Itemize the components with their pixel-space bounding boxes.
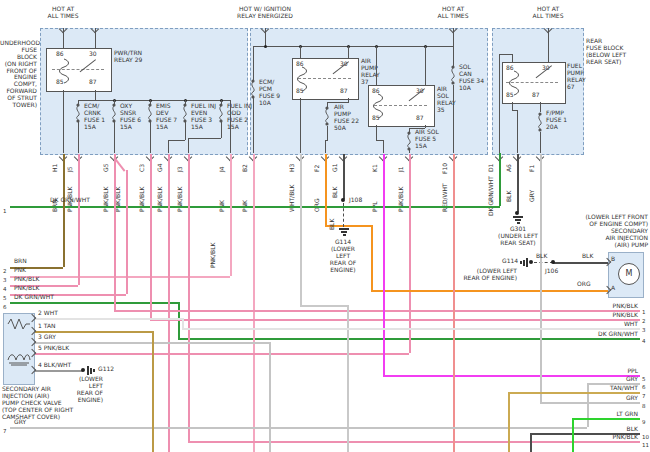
fuse-icon	[73, 103, 83, 123]
wire	[376, 46, 377, 85]
wire-color-label: DK GRN/WHT	[488, 176, 494, 216]
pin-id: F2	[314, 165, 320, 172]
relay-coil-icon	[508, 70, 520, 96]
wire-blk	[530, 433, 532, 452]
exit-number: 6	[3, 304, 7, 310]
pin-id: F10	[442, 163, 448, 174]
hot-at-all-times-label-2: HOT AT ALL TIMES	[423, 6, 483, 20]
wire-color-label: PNK/BLK	[115, 187, 121, 212]
pin-id: J5	[67, 166, 73, 172]
wire-pnkblk-branch	[114, 157, 126, 171]
wire-whtblk	[300, 305, 347, 307]
relay-pin-87: 87	[532, 91, 540, 98]
hot-w-ignition-label: HOT W/ IGNITION RELAY ENERGIZED	[225, 6, 305, 20]
wiring-diagram: HOT AT ALL TIMES HOT W/ IGNITION RELAY E…	[0, 0, 650, 452]
exit-number: 3	[642, 327, 646, 333]
wire-blk	[517, 154, 519, 212]
wire	[188, 138, 189, 153]
pin-id: B2	[242, 164, 248, 172]
fuse-label: ECM/ CRNK FUSE 1 15A	[84, 103, 105, 131]
fuse-label: ECM/ PCM FUSE 9 10A	[259, 79, 280, 107]
exit-number: 11	[642, 442, 649, 448]
splice-label-j108: J108	[349, 197, 362, 204]
exit-number: 2	[3, 268, 7, 274]
splice-dot-j106	[551, 260, 555, 264]
splice-label-j106: J106	[545, 268, 558, 275]
wire	[95, 90, 96, 100]
wire-pnkblk	[150, 154, 152, 319]
wire	[512, 54, 513, 62]
exit-number: 3	[3, 277, 7, 283]
wire	[63, 90, 64, 153]
exit-wire-color: PNK/BLK	[613, 311, 638, 318]
exit-number: 10	[642, 434, 649, 440]
wire-tanwht	[508, 392, 640, 394]
wire-pnkblk	[78, 154, 80, 285]
wire	[499, 54, 512, 55]
rear-fuse-block-label: REAR FUSE BLOCK (BELOW LEFT REAR SEAT)	[586, 38, 648, 66]
check-valve-label: SECONDARY AIR INJECTION (AIR) PUMP CHECK…	[2, 386, 108, 420]
fuse-label: AIR SOL FUSE 5 15A	[415, 129, 439, 150]
relay-divider	[52, 69, 104, 70]
wire-whtblk	[300, 154, 302, 305]
bus-wire	[253, 46, 453, 47]
wire-org	[371, 290, 608, 292]
exit-wire-color: GRY	[626, 375, 638, 382]
wire-color-label: BLK	[332, 187, 338, 198]
underhood-fuse-block-label: UNDERHOOD FUSE BLOCK (ON RIGHT FRONT OF …	[0, 40, 37, 109]
wire-redwht	[453, 154, 455, 452]
fuse-label: OXY SNSR FUSE 6 15A	[120, 103, 141, 131]
fuel-pump-relay-label: FUEL PUMP RELAY 67	[567, 63, 586, 91]
wire	[168, 140, 169, 153]
wire-gry	[269, 342, 271, 452]
relay-coil-icon	[372, 93, 384, 119]
exit-wire-color: DK GRN/WHT	[14, 294, 54, 301]
ground-label-g301: G301 (UNDER LEFT REAR SEAT)	[489, 226, 547, 247]
valve-pin-label: 1 TAN	[38, 323, 56, 330]
fuse-icon	[248, 79, 258, 99]
exit-wire-color: BLK	[627, 425, 638, 432]
wire-pnkblk	[150, 319, 640, 321]
wire-color-label: PNK/BLK	[210, 243, 216, 268]
wire-color-label: RED/WHT	[442, 183, 448, 212]
wire	[185, 122, 186, 140]
wire-pnkblk	[114, 310, 640, 312]
air-pump-label: (LOWER LEFT FRONT OF ENGINE COMPT) SECON…	[560, 214, 648, 248]
wire-color-label: BLK	[506, 191, 512, 202]
pump-pin-b: B	[611, 255, 615, 262]
wire-ltgrn	[572, 418, 574, 452]
resistor-icon	[7, 318, 31, 330]
pin-id: J4	[219, 166, 225, 172]
wire	[253, 98, 254, 153]
exit-wire-color: PNK/BLK	[613, 433, 638, 440]
relay-pin-86: 86	[56, 50, 64, 57]
wire-tanwht	[508, 392, 510, 452]
wire-tan	[152, 331, 154, 452]
wire	[376, 140, 383, 141]
wire-pnkblk	[168, 154, 170, 452]
wire-color-label: BLK	[536, 253, 547, 260]
wire-pnkblk	[409, 154, 411, 353]
fuse-icon	[216, 103, 226, 123]
exit-wire-color: GRY	[626, 394, 638, 401]
pin-id: K1	[372, 164, 378, 172]
exit-number: 2	[642, 318, 646, 324]
wire-wht	[33, 318, 182, 320]
fuse-icon	[109, 103, 119, 123]
ground-dot-g114r	[529, 260, 533, 264]
fuse-label: SOL CAN FUSE 34 10A	[459, 64, 484, 92]
pin-id: G1	[332, 164, 338, 172]
bus-wire	[78, 100, 230, 101]
wire	[383, 140, 384, 153]
wire	[499, 54, 500, 153]
ground-icon-g114l	[339, 228, 349, 230]
ground-dot-g301	[515, 211, 519, 215]
fuse-label: AIR PUMP FUSE 22 50A	[334, 104, 359, 132]
pin-id: F1	[529, 165, 535, 172]
fuse-icon	[145, 103, 155, 123]
relay-divider	[298, 78, 351, 79]
wire	[168, 140, 185, 141]
wire-color-label: WHT/BLK	[289, 184, 295, 212]
fuse-icon	[535, 112, 545, 132]
ground-label-g112: G112	[98, 366, 114, 373]
